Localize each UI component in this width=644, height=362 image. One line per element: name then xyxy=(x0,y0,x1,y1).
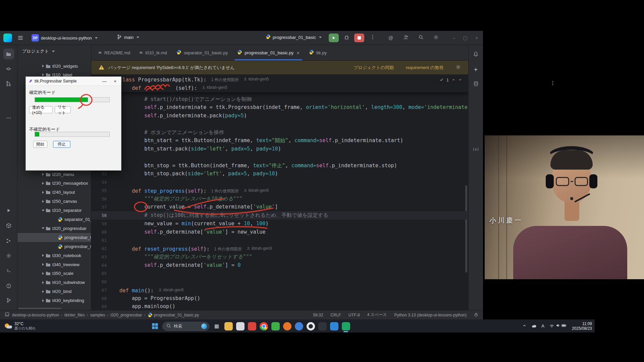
network-volume-battery[interactable] xyxy=(549,323,567,329)
tree-item-t410_subwindow[interactable]: t410_subwindow xyxy=(17,278,91,287)
tree-item-t220_menu[interactable]: t220_menu xyxy=(17,170,91,179)
chevron-down-icon[interactable] xyxy=(458,78,462,83)
tree-item-t230_messagebox[interactable]: t230_messagebox xyxy=(17,179,91,188)
taskbar-app-app-red[interactable] xyxy=(247,321,257,331)
taskbar-app-file-explorer[interactable] xyxy=(224,321,233,331)
tool-window-toggle-icon[interactable] xyxy=(5,312,9,318)
tree-item-t330_notebook[interactable]: t330_notebook xyxy=(17,251,91,260)
reset-button[interactable]: リセット xyxy=(55,106,71,113)
taskbar-app-task-view[interactable]: ▦ xyxy=(212,321,221,331)
taskbar-app-app-window[interactable] xyxy=(235,321,245,331)
more-actions-button[interactable] xyxy=(368,34,378,42)
mentions-button[interactable]: @ xyxy=(386,34,396,42)
file-encoding[interactable]: UTF-8 xyxy=(348,313,360,317)
run-icon[interactable] xyxy=(3,205,14,216)
python-packages-icon[interactable] xyxy=(3,220,14,231)
taskbar-search[interactable]: 検索 xyxy=(162,322,209,331)
inspections-widget[interactable]: 1 xyxy=(437,76,465,84)
tab-t010_tk.md[interactable]: M↓t010_tk.md xyxy=(135,45,171,60)
lock-icon[interactable] xyxy=(474,312,478,318)
ai-assistant-icon[interactable] xyxy=(471,64,481,75)
breadcrumb-item[interactable]: desktop-ui-lessons-python xyxy=(12,313,59,317)
variables-icon[interactable]: (x) xyxy=(471,144,481,155)
run-config-widget[interactable]: progressbar_01_basic xyxy=(266,34,322,40)
tree-item-t250_canvas[interactable]: t250_canvas xyxy=(17,197,91,206)
tk-close-icon[interactable]: × xyxy=(114,79,116,84)
branch-widget[interactable]: main xyxy=(117,34,139,41)
breadcrumb-item[interactable]: t320_progressbar xyxy=(110,313,142,317)
tree-item-t340_treeview[interactable]: t340_treeview xyxy=(17,260,91,269)
taskbar-app-terminal-app[interactable] xyxy=(318,321,327,331)
ignore-requirement-link[interactable]: requirement の無視 xyxy=(406,65,443,71)
version-control-icon[interactable] xyxy=(3,295,14,306)
taskbar-app-pycharm[interactable] xyxy=(341,321,351,331)
taskbar-app-github[interactable] xyxy=(306,321,315,331)
pull-requests-icon[interactable] xyxy=(3,78,14,89)
hidden-icons-chevron[interactable] xyxy=(522,323,527,329)
start-button[interactable]: 開始 xyxy=(33,141,47,148)
weather-widget[interactable]: 32°C 曇りのち晴れ xyxy=(3,321,38,331)
close-icon[interactable]: × xyxy=(297,50,300,56)
notifications-icon[interactable] xyxy=(471,49,481,59)
tab-separator_01_basic.py[interactable]: separator_01_basic.py xyxy=(172,45,233,60)
taskbar-clock[interactable]: 11:09 2025/08/23 xyxy=(572,321,592,331)
run-button[interactable] xyxy=(329,34,339,42)
indent-style[interactable]: 4 スペース xyxy=(367,312,387,318)
ime-indicator[interactable]: A xyxy=(541,323,544,328)
stop-button[interactable] xyxy=(354,34,364,42)
tree-item-t310_separator[interactable]: t310_separator xyxy=(17,206,91,215)
minimize-button[interactable]: – xyxy=(449,34,459,42)
search-everywhere-button[interactable] xyxy=(416,34,426,42)
tab-README.md[interactable]: M↓README.md xyxy=(94,45,135,60)
project-widget[interactable]: DP desktop-ui-lessons-python xyxy=(32,34,98,42)
tab-progressbar_01_basic.py[interactable]: progressbar_01_basic.py× xyxy=(232,45,304,60)
chevron-up-icon[interactable] xyxy=(451,78,455,83)
database-icon[interactable] xyxy=(471,78,481,89)
usage-hint[interactable]: 1 件の使用箇所 xyxy=(214,247,242,251)
maximize-button[interactable]: ▢ xyxy=(460,34,470,42)
tk-titlebar[interactable]: ttk.Progressbar Sample — × xyxy=(26,77,121,86)
terminal-icon[interactable] xyxy=(3,265,14,276)
tree-item-t240_layout[interactable]: t240_layout xyxy=(17,188,91,197)
onedrive-icon[interactable] xyxy=(531,323,537,329)
debug-button[interactable] xyxy=(341,34,352,42)
project-panel-header[interactable]: プロジェクト xyxy=(22,48,55,54)
tree-item-t430_keybinding[interactable]: t430_keybinding xyxy=(17,296,91,305)
commit-icon[interactable] xyxy=(3,63,14,74)
python-interpreter[interactable]: Python 3.13 (desktop-ui-lessons-python) xyxy=(394,313,467,317)
tree-item-progressbar_0[interactable]: progressbar_0 xyxy=(17,242,91,251)
close-button[interactable]: × xyxy=(472,34,482,42)
taskbar-app-chrome[interactable] xyxy=(259,321,268,331)
problems-icon[interactable] xyxy=(3,281,14,291)
breadcrumb-item[interactable]: progressbar_01_basic.py xyxy=(154,313,199,317)
tab-ttk.py[interactable]: ttk.py xyxy=(304,45,331,60)
taskbar-app-edge[interactable] xyxy=(294,321,304,331)
tree-item-t420_bind[interactable]: t420_bind xyxy=(17,287,91,296)
usage-hint[interactable]: 1 件の使用箇所 xyxy=(211,77,238,82)
stop-tk-button[interactable]: 停止 xyxy=(53,141,70,148)
banner-settings-icon[interactable] xyxy=(455,64,461,71)
tree-item-t320_progressbar[interactable]: t320_progressbar xyxy=(17,224,91,233)
main-menu-button[interactable] xyxy=(17,35,23,42)
tk-minimize-icon[interactable]: — xyxy=(102,79,106,84)
usage-hint[interactable]: 1 件の使用箇所 xyxy=(211,189,239,193)
more-tool-windows-icon[interactable] xyxy=(3,113,14,123)
settings-button[interactable] xyxy=(431,34,441,42)
tree-item-t020_widgets[interactable]: t020_widgets xyxy=(17,62,91,71)
tree-item-t350_scale[interactable]: t350_scale xyxy=(17,269,91,278)
taskbar-app-app-green[interactable] xyxy=(271,321,280,331)
code-with-me-button[interactable] xyxy=(401,34,411,42)
taskbar-app-vscode[interactable] xyxy=(329,321,339,331)
sync-project-link[interactable]: プロジェクトの同期 xyxy=(354,65,394,71)
start-button[interactable] xyxy=(150,321,160,331)
tree-item-separator_01_b[interactable]: separator_01_b xyxy=(17,215,91,224)
project-folder-icon[interactable] xyxy=(3,49,14,59)
services-icon[interactable] xyxy=(3,250,14,261)
breadcrumb-item[interactable]: samples xyxy=(90,313,105,317)
tree-item-progressbar_0[interactable]: progressbar_0 xyxy=(17,233,91,242)
caret-position[interactable]: 58:32 xyxy=(313,313,323,317)
breadcrumb-item[interactable]: tkinter_files xyxy=(64,313,85,317)
code-area[interactable]: class ProgressbarApp(tk.Tk):1 件の使用箇所kbra… xyxy=(91,75,468,310)
line-separator[interactable]: CRLF xyxy=(330,313,341,317)
horizontal-scrollbar[interactable] xyxy=(18,308,62,309)
